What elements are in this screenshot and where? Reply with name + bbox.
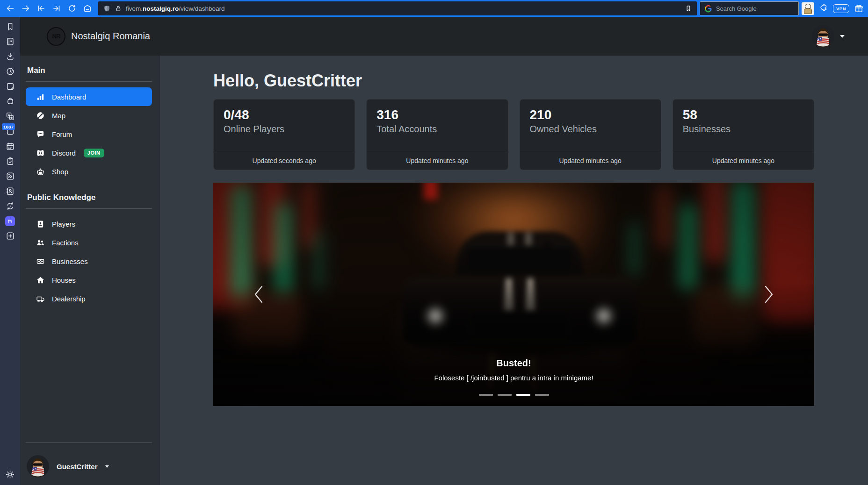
sidebar-item-dealership[interactable]: Dealership [26,289,152,308]
sidebar-item-discord[interactable]: Discord JOIN [26,143,152,162]
carousel-prev-button[interactable] [213,183,269,406]
stat-label: Online Players [224,124,345,135]
forum-icon [36,130,45,139]
vpn-badge[interactable]: VPN [833,4,849,13]
discord-icon [36,149,45,157]
sync-icon[interactable] [5,201,16,211]
search-placeholder: Search Google [716,5,757,12]
sidebar-item-players[interactable]: Players [26,214,152,233]
container-pot-icon[interactable] [5,96,16,107]
history-icon[interactable] [5,66,16,77]
stat-card-online-players: 0/48 Online Players Updated seconds ago [213,99,355,170]
sidebar-item-label: Players [52,220,75,228]
carousel-indicator-3[interactable] [516,394,530,396]
stat-updated: Updated minutes ago [673,152,814,170]
stat-label: Owned Vehicles [530,124,651,135]
clipboard-check-icon[interactable] [5,156,16,166]
sidebar-user-menu[interactable]: GuestCritter [26,449,152,478]
username: GuestCritter [57,463,98,471]
back-icon [6,4,15,13]
download-icon[interactable] [5,51,16,62]
stat-value: 0/48 [224,107,345,122]
sidebar-item-label: Shop [52,168,68,176]
sidebar-item-houses[interactable]: Houses [26,271,152,289]
sidebar-item-label: Factions [52,239,79,247]
sidebar-item-map[interactable]: Map [26,106,152,125]
carousel-indicator-4[interactable] [535,394,549,396]
sidebar-item-dashboard[interactable]: Dashboard [26,87,152,106]
people-icon [36,238,45,247]
add-icon[interactable] [5,231,16,241]
book-icon[interactable] [5,36,16,47]
stat-card-total-accounts: 316 Total Accounts Updated minutes ago [366,99,508,170]
divider [26,81,152,82]
contacts-icon[interactable] [5,186,16,196]
stat-card-owned-vehicles: 210 Owned Vehicles Updated minutes ago [520,99,661,170]
chevron-down-icon [840,35,845,38]
skip-end-icon [52,4,61,13]
stat-value: 58 [683,107,804,122]
stats-row: 0/48 Online Players Updated seconds ago … [213,99,814,170]
refresh-icon [67,4,77,13]
page-sidebar: Main Dashboard Map Forum Discord [20,56,160,485]
rss-icon[interactable] [5,171,16,181]
truck-icon [36,294,45,303]
browser-toolbar: fivem.nostalgiq.ro/view/dashboard Search… [0,0,868,17]
home-button[interactable] [81,2,94,15]
carousel-indicator-1[interactable] [479,394,493,396]
gear-icon[interactable] [5,469,16,479]
gift-icon[interactable] [852,2,865,15]
url-text: fivem.nostalgiq.ro/view/dashboard [126,5,681,12]
user-menu-button[interactable] [812,25,845,48]
page-title: Hello, GuestCritter [213,70,814,92]
translate-icon[interactable] [5,111,16,121]
site-page: NR Nostalgiq Romania [20,17,868,485]
bookmark-icon[interactable] [5,21,16,32]
sidebar-item-label: Businesses [52,257,88,265]
basket-icon [36,167,45,176]
sidebar-item-label: Houses [52,276,76,284]
browser-side-strip: 1687 [0,17,20,485]
google-g-icon [704,5,712,13]
back-button[interactable] [4,2,16,15]
mastodon-icon[interactable] [5,216,16,226]
stat-value: 316 [376,107,498,122]
house-icon [36,276,45,285]
calendar-icon[interactable] [5,141,16,151]
bookmark-icon[interactable] [685,5,692,12]
brand-logo[interactable]: NR [47,27,65,46]
brand-name[interactable]: Nostalgiq Romania [71,31,150,42]
skip-start-icon [36,4,46,13]
puzzle-extensions-icon[interactable] [817,2,830,15]
sidebar-item-businesses[interactable]: Businesses [26,252,152,271]
tab-counter-icon[interactable]: 1687 [5,126,16,136]
bear-extension-icon[interactable] [802,2,814,15]
url-bar[interactable]: fivem.nostalgiq.ro/view/dashboard [98,1,697,15]
stat-updated: Updated minutes ago [367,152,507,170]
stat-card-businesses: 58 Businesses Updated minutes ago [673,99,814,170]
forward-button[interactable] [19,2,32,15]
carousel-caption: Busted! Foloseste [ /joinbusted ] pentru… [213,358,814,382]
carousel-indicator-2[interactable] [498,394,512,396]
sidebar-item-factions[interactable]: Factions [26,233,152,252]
shield-icon [103,5,111,13]
carousel-next-button[interactable] [758,183,814,406]
sidebar-item-shop[interactable]: Shop [26,162,152,181]
stat-label: Businesses [683,124,804,135]
skip-end-button[interactable] [50,2,63,15]
skip-start-button[interactable] [35,2,47,15]
map-icon [36,111,45,120]
refresh-button[interactable] [65,2,78,15]
sidebar-item-label: Map [52,112,65,120]
announcement-carousel: Busted! Foloseste [ /joinbusted ] pentru… [213,183,814,406]
notes-icon[interactable] [5,81,16,92]
sidebar-section-title: Main [26,66,152,75]
search-input[interactable]: Search Google [700,1,799,15]
divider [26,208,152,209]
sidebar-item-forum[interactable]: Forum [26,125,152,143]
site-header: NR Nostalgiq Romania [20,17,868,56]
carousel-subtitle: Foloseste [ /joinbusted ] pentru a intra… [213,374,814,382]
carousel-indicators [213,394,814,396]
avatar [812,25,834,48]
sidebar-item-label: Forum [52,130,72,138]
